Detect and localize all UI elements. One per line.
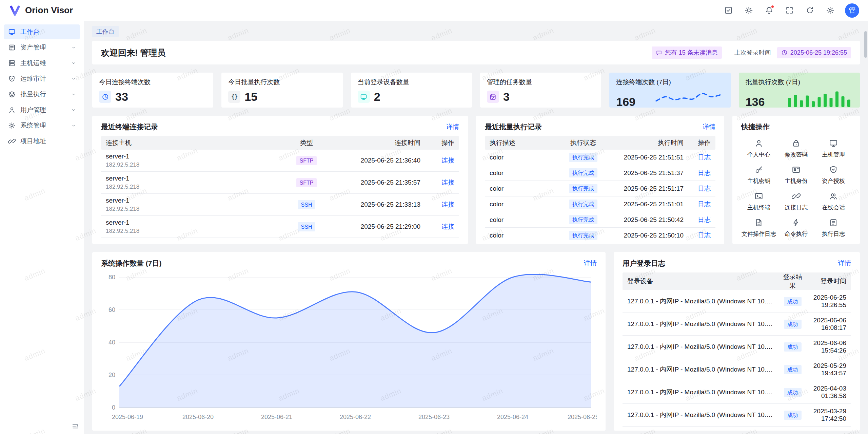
theme-toggle-button[interactable] — [741, 2, 757, 19]
quick-action-personal-center[interactable]: 个人中心 — [741, 139, 776, 158]
clock-icon — [99, 91, 111, 103]
quick-action-file-operation-logs[interactable]: 文件操作日志 — [741, 218, 776, 238]
login-device: 127.0.0.1 - 内网IP - Mozilla/5.0 (Windows … — [627, 411, 773, 419]
stat-value: 3 — [503, 90, 510, 103]
terminal-connection-row: server-1182.92.5.218SFTP2025-06-25 21:36… — [101, 150, 459, 172]
svg-text:80: 80 — [108, 274, 115, 281]
sidebar-item-label: 工作台 — [20, 27, 40, 36]
shield-icon — [8, 75, 16, 82]
login-time: 2025-06-06 16:08:17 — [807, 313, 851, 336]
login-log-row: 127.0.0.1 - 内网IP - Mozilla/5.0 (Windows … — [623, 336, 851, 358]
select-mode-button[interactable] — [720, 2, 736, 19]
log-link[interactable]: 日志 — [698, 169, 711, 176]
execution-description: color — [485, 165, 558, 181]
execution-status-tag: 执行完成 — [569, 231, 597, 240]
batch-spark — [785, 87, 853, 108]
login-log-row: 127.0.0.1 - 内网IP - Mozilla/5.0 (Windows … — [623, 381, 851, 404]
unread-messages-chip[interactable]: 您有 15 条未读消息 — [652, 46, 722, 59]
quick-action-host-identities[interactable]: 主机身份 — [778, 165, 814, 185]
bottom-row: 系统操作数量 (7日) 详情 0204060802025-06-192025-0… — [92, 252, 860, 431]
login-result-tag: 成功 — [784, 320, 802, 329]
login-time: 2025-03-29 17:42:50 — [807, 404, 851, 427]
sidebar-item-project-url[interactable]: 项目地址 — [4, 134, 80, 149]
quick-action-connection-logs[interactable]: 连接日志 — [778, 192, 814, 211]
log-link[interactable]: 日志 — [698, 216, 711, 223]
sidebar-collapse-button[interactable] — [72, 422, 79, 430]
sidebar-item-system-management[interactable]: 系统管理 — [4, 118, 80, 133]
batch-detail-link[interactable]: 详情 — [703, 122, 715, 131]
execution-description: color — [485, 181, 558, 196]
quick-action-asset-authorization[interactable]: 资产授权 — [816, 165, 851, 185]
chevron-down-icon — [71, 107, 76, 113]
sidebar-item-asset-management[interactable]: 资产管理 — [4, 40, 80, 55]
gear-icon — [8, 122, 16, 129]
history-icon — [829, 218, 838, 227]
chart-detail-link[interactable]: 详情 — [584, 259, 597, 268]
sidebar-item-ops-audit[interactable]: 运维审计 — [4, 71, 80, 86]
scrollbar-thumb[interactable] — [864, 31, 867, 58]
quick-action-host-keys[interactable]: 主机密钥 — [741, 165, 776, 185]
connect-link[interactable]: 连接 — [441, 201, 454, 208]
quick-action-label: 资产授权 — [822, 177, 845, 185]
quick-action-label: 连接日志 — [785, 204, 808, 211]
protocol-tag: SFTP — [296, 178, 317, 187]
refresh-button[interactable] — [802, 2, 818, 19]
login-log-row: 127.0.0.1 - 内网IP - Mozilla/5.0 (Windows … — [623, 358, 851, 381]
stat-value: 136 — [746, 95, 765, 108]
connect-link[interactable]: 连接 — [441, 179, 454, 186]
column-header: 连接时间 — [330, 136, 425, 150]
quick-action-host-terminal[interactable]: 主机终端 — [741, 192, 776, 211]
stats-row: 今日连接终端次数33今日批量执行次数{}15当前登录设备数量2管理的任务数量3连… — [92, 73, 860, 108]
log-link[interactable]: 日志 — [698, 232, 711, 239]
vertical-divider — [728, 48, 728, 57]
sidebar-item-workbench[interactable]: 工作台 — [4, 24, 80, 39]
batch-execution-row: color执行完成2025-06-25 21:51:51日志 — [485, 150, 715, 165]
settings-button[interactable] — [822, 2, 838, 19]
monitor-icon — [829, 139, 838, 148]
login-time: 2025-03-22 01:01:31 — [807, 427, 851, 431]
terminal-connections-panel: 最近终端连接记录 详情 连接主机类型连接时间操作server-1182.92.5… — [92, 116, 468, 244]
log-link[interactable]: 日志 — [698, 154, 711, 161]
notifications-button[interactable] — [761, 2, 777, 19]
connect-link[interactable]: 连接 — [441, 157, 454, 164]
svg-text:0: 0 — [112, 404, 115, 411]
execution-time: 2025-06-25 21:50:42 — [609, 212, 688, 228]
protocol-tag: SSH — [298, 222, 316, 231]
quick-action-label: 主机密钥 — [747, 177, 770, 185]
file-icon — [754, 218, 763, 227]
protocol-tag: SFTP — [296, 156, 317, 165]
quick-action-host-management[interactable]: 主机管理 — [816, 139, 851, 158]
user-avatar[interactable]: 管 — [845, 3, 859, 18]
log-link[interactable]: 日志 — [698, 201, 711, 208]
execution-description: color — [485, 212, 558, 228]
quick-action-command-execution[interactable]: 命令执行 — [778, 218, 814, 238]
stat-label: 今日连接终端次数 — [99, 78, 206, 87]
sidebar-item-label: 批量执行 — [20, 90, 46, 99]
stat-value: 33 — [115, 90, 128, 103]
app-title: Orion Visor — [25, 5, 73, 16]
quick-action-execution-logs[interactable]: 执行日志 — [816, 218, 851, 238]
quick-action-change-password[interactable]: 修改密码 — [778, 139, 814, 158]
terminal-connections-table: 连接主机类型连接时间操作server-1182.92.5.218SFTP2025… — [101, 136, 459, 238]
app-logo[interactable]: Orion Visor — [9, 4, 73, 17]
quick-action-online-sessions[interactable]: 在线会话 — [816, 192, 851, 211]
lock-icon — [792, 139, 801, 148]
svg-text:2025-06-19: 2025-06-19 — [112, 414, 143, 420]
log-link[interactable]: 日志 — [698, 185, 711, 192]
svg-text:20: 20 — [108, 372, 115, 378]
panel-title: 用户登录日志 — [623, 259, 665, 268]
sidebar: 工作台资产管理主机运维运维审计批量执行用户管理系统管理项目地址 — [0, 21, 84, 434]
fullscreen-button[interactable] — [781, 2, 797, 19]
sidebar-item-host-ops[interactable]: 主机运维 — [4, 56, 80, 71]
execution-description: color — [485, 150, 558, 165]
terminal-detail-link[interactable]: 详情 — [446, 122, 459, 131]
breadcrumb-item-workbench[interactable]: 工作台 — [92, 26, 119, 37]
connect-link[interactable]: 连接 — [441, 223, 454, 230]
quick-actions-panel: 快捷操作 个人中心修改密码主机管理主机密钥主机身份资产授权主机终端连接日志在线会… — [732, 116, 860, 244]
connection-time: 2025-06-25 21:29:00 — [330, 216, 425, 238]
braces-icon: {} — [228, 91, 240, 103]
login-detail-link[interactable]: 详情 — [838, 259, 851, 268]
message-icon — [656, 50, 662, 56]
sidebar-item-batch-execution[interactable]: 批量执行 — [4, 87, 80, 102]
sidebar-item-user-management[interactable]: 用户管理 — [4, 102, 80, 117]
